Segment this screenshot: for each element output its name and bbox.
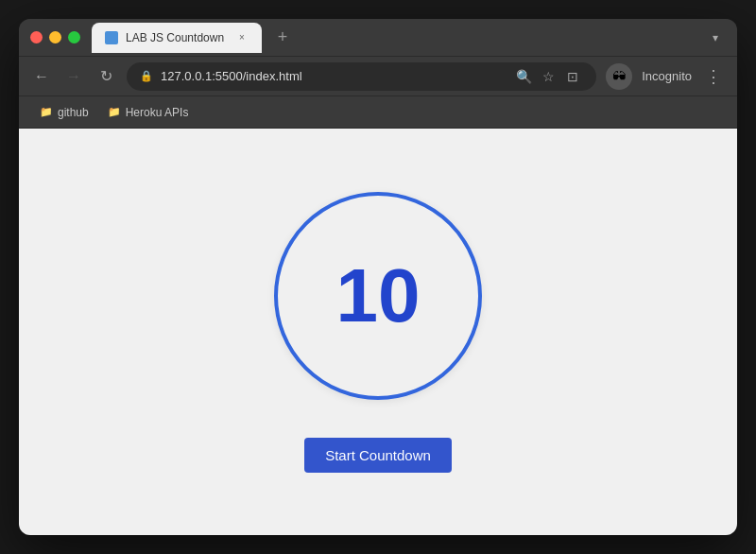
close-button[interactable] xyxy=(30,31,43,43)
bookmark-label-github: github xyxy=(58,106,89,119)
more-options-button[interactable]: ⋮ xyxy=(701,62,726,91)
page-content: 10 Start Countdown xyxy=(19,129,737,535)
address-bar[interactable]: 🔒 127.0.0.1:5500/index.html 🔍 ☆ ⊡ xyxy=(127,62,596,91)
tab-favicon xyxy=(105,31,118,44)
reload-button[interactable]: ↻ xyxy=(94,65,117,88)
tab-title: LAB JS Countdown xyxy=(126,31,228,44)
bookmark-item-github[interactable]: 📁 github xyxy=(32,102,96,123)
titlebar: LAB JS Countdown × + ▾ xyxy=(19,19,737,57)
url-text: 127.0.0.1:5500/index.html xyxy=(161,69,506,83)
bookmark-item-heroku[interactable]: 📁 Heroku APIs xyxy=(100,102,197,123)
minimize-button[interactable] xyxy=(49,31,61,43)
start-countdown-button[interactable]: Start Countdown xyxy=(304,438,452,473)
traffic-lights xyxy=(30,31,80,43)
tab-close-button[interactable]: × xyxy=(235,31,249,44)
countdown-display: 10 xyxy=(336,258,421,334)
browser-window: LAB JS Countdown × + ▾ ← → ↻ 🔒 127.0.0.1… xyxy=(19,19,737,535)
bookmark-star-icon[interactable]: ☆ xyxy=(538,66,558,87)
profile-button[interactable]: 🕶 xyxy=(606,63,632,90)
tab-bar: LAB JS Countdown × + ▾ xyxy=(92,23,726,53)
bookmarks-bar: 📁 github 📁 Heroku APIs xyxy=(19,96,737,129)
maximize-button[interactable] xyxy=(68,31,80,43)
forward-button[interactable]: → xyxy=(62,65,85,88)
addressbar: ← → ↻ 🔒 127.0.0.1:5500/index.html 🔍 ☆ ⊡ … xyxy=(19,57,737,96)
new-tab-button[interactable]: + xyxy=(269,25,296,51)
lock-icon: 🔒 xyxy=(140,70,153,82)
back-button[interactable]: ← xyxy=(30,65,53,88)
folder-icon: 📁 xyxy=(40,106,53,118)
address-icons: 🔍 ☆ ⊡ xyxy=(513,66,583,87)
profile-icon: 🕶 xyxy=(612,69,626,84)
tab-dropdown-button[interactable]: ▾ xyxy=(705,27,726,48)
extension-icon[interactable]: ⊡ xyxy=(562,66,583,87)
search-icon[interactable]: 🔍 xyxy=(513,66,534,87)
active-tab[interactable]: LAB JS Countdown × xyxy=(92,23,262,53)
profile-label: Incognito xyxy=(642,69,692,83)
bookmark-label-heroku: Heroku APIs xyxy=(126,106,189,119)
folder-icon-2: 📁 xyxy=(108,106,121,118)
countdown-circle: 10 xyxy=(274,192,482,400)
